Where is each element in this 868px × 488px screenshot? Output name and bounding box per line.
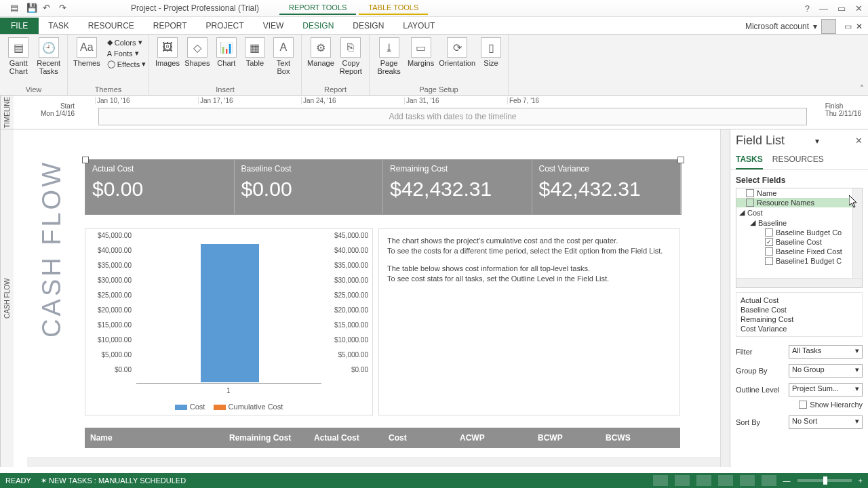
colors-button[interactable]: ◆Colors▾ [104,37,149,47]
chart-button[interactable]: 📊Chart [214,37,239,67]
tree-item-baseline-budget[interactable]: Baseline Budget Co [736,228,862,237]
report-canvas[interactable]: CASH FLOW Actual Cost $0.00 Baseline Cos… [14,129,730,467]
margins-button[interactable]: ▭Margins [407,37,435,67]
chosen-remaining-cost[interactable]: Remaining Cost [741,314,858,324]
effects-button[interactable]: ◯Effects▾ [104,59,149,69]
cost-chart[interactable]: $45,000.00 $40,000.00 $35,000.00 $30,000… [85,228,373,415]
size-button[interactable]: ▯Size [479,37,502,67]
copy-report-button[interactable]: ⎘Copy Report [338,37,363,75]
themes-button[interactable]: AaThemes [73,37,100,67]
field-list-tab-tasks[interactable]: TASKS [736,150,763,169]
tree-item-baseline-fixed[interactable]: Baseline Fixed Cost [736,247,862,256]
orientation-button[interactable]: ⟳Orientation [439,37,475,67]
tree-horizontal-scrollbar[interactable] [736,278,862,287]
timeline-placeholder[interactable]: Add tasks with dates to the timeline [98,108,807,125]
sortby-combo[interactable]: No Sort ▾ [789,415,863,429]
timeline-body[interactable]: Jan 10, '16 Jan 17, '16 Jan 24, '16 Jan … [14,96,868,129]
undo-icon[interactable]: ↶ [43,3,54,14]
outline-combo[interactable]: Project Sum... ▾ [789,383,863,396]
show-hierarchy-row[interactable]: Show Hierarchy [730,399,868,413]
canvas-vertical-scrollbar[interactable] [720,129,730,467]
group-label-insert: Insert [155,85,296,94]
select-fields-heading: Select Fields [736,176,863,185]
tree-item-baseline[interactable]: ◢Baseline [736,218,862,228]
tree-item-baseline-cost[interactable]: ✓Baseline Cost [736,237,862,247]
tab-design-report[interactable]: DESIGN [293,18,343,34]
chosen-cost-variance[interactable]: Cost Variance [741,324,858,333]
field-list-title: Field List [736,134,785,148]
cost-table[interactable]: Name Remaining Cost Actual Cost Cost ACW… [85,428,680,448]
tab-file[interactable]: FILE [0,18,39,34]
shapes-button[interactable]: ◇Shapes [184,37,210,67]
textbox-button[interactable]: AText Box [271,37,296,75]
view-shortcut-6[interactable] [762,475,776,486]
redo-icon[interactable]: ↷ [59,3,70,14]
field-list-dropdown-icon[interactable]: ▾ [815,136,819,146]
timeline-finish: Finish Thu 2/11/16 [825,102,861,117]
tree-item-name[interactable]: Name [736,188,862,198]
summary-table[interactable]: Actual Cost $0.00 Baseline Cost $0.00 Re… [85,159,682,215]
tab-view[interactable]: VIEW [254,18,294,34]
chosen-actual-cost[interactable]: Actual Cost [741,296,858,305]
chart-bar [201,244,259,382]
view-shortcut-3[interactable] [696,475,711,486]
chosen-baseline-cost[interactable]: Baseline Cost [741,305,858,314]
view-shortcut-5[interactable] [740,475,755,486]
tab-resource[interactable]: RESOURCE [79,18,144,34]
images-button[interactable]: 🖼Images [155,37,180,67]
summary-cell-actual-cost: Actual Cost $0.00 [85,160,235,214]
tab-report[interactable]: REPORT [144,18,197,34]
chart-x-category: 1 [226,387,231,394]
table-button[interactable]: ▦Table [243,37,267,67]
save-icon[interactable]: 💾 [26,3,37,14]
field-list-close-icon[interactable]: ✕ [855,136,863,146]
maximize-icon[interactable]: ▭ [837,3,846,14]
view-shortcut-4[interactable] [718,475,733,486]
fonts-button[interactable]: AFonts▾ [104,48,149,58]
field-list-tab-resources[interactable]: RESOURCES [772,150,824,169]
tree-item-baseline1-budget[interactable]: Baseline1 Budget C [736,256,862,266]
zoom-slider[interactable] [797,479,852,482]
recent-tasks-button[interactable]: 🕘Recent Tasks [36,37,62,75]
zoom-in-icon[interactable]: + [859,476,863,485]
help-icon[interactable]: ? [805,3,810,14]
page-breaks-button[interactable]: ⤓Page Breaks [375,37,403,75]
avatar [821,19,836,34]
groupby-combo[interactable]: No Group ▾ [789,364,863,378]
doc-close-icon[interactable]: ✕ [856,22,863,31]
ribbon-restore-icon[interactable]: ▭ [844,22,852,31]
summary-cell-remaining-cost: Remaining Cost $42,432.31 [383,160,532,214]
tree-item-resource-names[interactable]: Resource Names [736,198,862,207]
minimize-icon[interactable]: — [819,3,828,14]
main-area: CASH FLOW CASH FLOW Actual Cost $0.00 Ba… [0,129,868,467]
group-report: ⚙Manage ⎘Copy Report Report [302,35,370,95]
tab-layout[interactable]: LAYOUT [393,18,444,34]
manage-button[interactable]: ⚙Manage [307,37,334,67]
collapse-ribbon-icon[interactable]: ˄ [860,84,864,94]
account-area[interactable]: Microsoft account ▾ ▭ ✕ [745,19,868,34]
status-scheduling[interactable]: ✶ NEW TASKS : MANUALLY SCHEDULED [41,476,186,485]
group-page-setup: ⤓Page Breaks ▭Margins ⟳Orientation ▯Size… [370,35,509,95]
fields-tree[interactable]: Name Resource Names ◢Cost ◢Baseline Base… [736,188,863,288]
account-label: Microsoft account [745,22,809,31]
filter-combo[interactable]: All Tasks ▾ [789,345,863,359]
gantt-chart-button[interactable]: ▤Gantt Chart [5,37,32,75]
chart-x-axis [136,383,321,384]
view-shortcut-1[interactable] [653,475,668,486]
close-icon[interactable]: ✕ [855,3,863,14]
tree-item-cost[interactable]: ◢Cost [736,207,862,218]
tab-task[interactable]: TASK [39,18,78,34]
collapse-icon: ◢ [750,218,755,227]
tab-design-table[interactable]: DESIGN [343,18,393,34]
tab-project[interactable]: PROJECT [197,18,254,34]
chart-legend: Cost Cumulative Cost [85,403,372,411]
group-label-page-setup: Page Setup [375,85,502,94]
chosen-fields-list[interactable]: Actual Cost Baseline Cost Remaining Cost… [736,292,863,337]
tree-vertical-scrollbar[interactable] [852,188,862,278]
view-shortcut-2[interactable] [675,475,690,486]
table-header: Name Remaining Cost Actual Cost Cost ACW… [85,428,680,448]
zoom-out-icon[interactable]: — [783,476,791,485]
canvas-horizontal-scrollbar[interactable] [27,458,720,467]
quick-access-toolbar: ▤ 💾 ↶ ↷ [0,3,70,14]
groupby-row: Group By No Group ▾ [730,361,868,380]
